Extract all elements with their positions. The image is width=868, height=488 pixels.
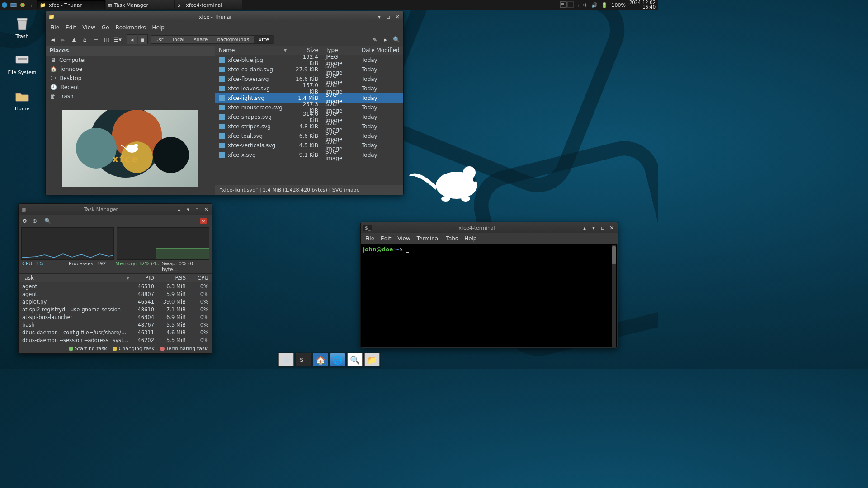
process-row[interactable]: bash487675.5 MiB0% bbox=[19, 321, 212, 328]
file-row[interactable]: xfce-blue.jpg192.4 KiBJPEG imageToday bbox=[215, 55, 403, 65]
up-button[interactable]: ▲ bbox=[69, 34, 79, 44]
maximize-button[interactable]: ▫ bbox=[194, 206, 200, 212]
dock-terminal[interactable]: $_ bbox=[296, 353, 311, 366]
process-row[interactable]: agent465106.3 MiB0% bbox=[19, 282, 212, 290]
dock-web[interactable]: 🌐 bbox=[330, 353, 345, 366]
maximize-button[interactable]: ▫ bbox=[599, 225, 606, 231]
column-name[interactable]: Name ▾ bbox=[215, 46, 290, 55]
workspace-switcher[interactable] bbox=[560, 1, 574, 9]
places-item-desktop[interactable]: 🖵Desktop bbox=[46, 74, 215, 83]
minimize-button[interactable]: ▾ bbox=[376, 14, 382, 20]
column-size[interactable]: Size bbox=[290, 46, 322, 55]
taskbar-item[interactable]: 📁xfce - Thunar bbox=[37, 0, 105, 9]
whisker-menu-icon[interactable] bbox=[1, 1, 8, 9]
menu-tabs[interactable]: Tabs bbox=[446, 235, 458, 242]
clear-search-button[interactable]: ✕ bbox=[200, 218, 207, 224]
places-item-computer[interactable]: 🖥Computer bbox=[46, 56, 215, 65]
path-root-button[interactable]: ▪ bbox=[138, 34, 148, 44]
shade-button[interactable]: ▴ bbox=[581, 225, 588, 231]
places-item-home[interactable]: 🏠johndoe bbox=[46, 65, 215, 74]
desktop-icon-folder[interactable]: Home bbox=[5, 87, 40, 112]
taskbar-item[interactable]: ▥Task Manager bbox=[106, 0, 174, 9]
taskmgr-titlebar[interactable]: ▥ Task Manager ▴ ▾ ▫ ✕ bbox=[19, 204, 212, 215]
file-row[interactable]: xfce-cp-dark.svg27.9 KiBSVG imageToday bbox=[215, 65, 403, 74]
desktop-icon-trash[interactable]: Trash bbox=[5, 14, 40, 39]
maximize-button[interactable]: ▫ bbox=[385, 14, 392, 20]
menu-file[interactable]: File bbox=[50, 24, 59, 31]
col-pid[interactable]: PID bbox=[133, 274, 158, 282]
minimize-button[interactable]: ▾ bbox=[590, 225, 597, 231]
edit-path-button[interactable]: ✎ bbox=[370, 34, 380, 44]
network-icon[interactable]: ⚛ bbox=[583, 2, 588, 9]
path-segment[interactable]: backgrounds bbox=[212, 35, 254, 44]
menu-bookmarks[interactable]: Bookmarks bbox=[115, 24, 146, 31]
file-row[interactable]: xfce-verticals.svg4.5 KiBSVG imageToday bbox=[215, 141, 403, 150]
file-row[interactable]: xfce-x.svg9.1 KiBSVG imageToday bbox=[215, 150, 403, 160]
process-row[interactable]: agent488075.9 MiB0% bbox=[19, 290, 212, 298]
path-forward-button[interactable]: ▸ bbox=[381, 34, 391, 44]
close-button[interactable]: ✕ bbox=[609, 225, 615, 231]
path-back-button[interactable]: ◂ bbox=[127, 34, 137, 44]
terminal-titlebar[interactable]: $_ xfce4-terminal ▴ ▾ ▫ ✕ bbox=[361, 222, 618, 233]
taskbar-item[interactable]: $_xfce4-terminal bbox=[175, 0, 242, 9]
process-row[interactable]: at-spi2-registryd --use-gnome-session486… bbox=[19, 305, 212, 313]
dock-desktop[interactable]: 🖥 bbox=[278, 353, 294, 366]
forward-button[interactable]: ► bbox=[58, 34, 68, 44]
file-list[interactable]: xfce-blue.jpg192.4 KiBJPEG imageTodayxfc… bbox=[215, 55, 403, 185]
places-item-trash[interactable]: 🗑Trash bbox=[46, 92, 215, 101]
target-button[interactable]: ⊕ bbox=[33, 218, 37, 224]
file-row[interactable]: xfce-shapes.svg314.6 KiBSVG imageToday bbox=[215, 112, 403, 122]
dock-search[interactable]: 🔍 bbox=[347, 353, 363, 366]
thunar-titlebar[interactable]: 📁 xfce - Thunar ▾ ▫ ✕ bbox=[46, 11, 403, 22]
shade-button[interactable]: ▴ bbox=[176, 206, 182, 212]
search-button[interactable]: 🔍 bbox=[392, 34, 401, 44]
path-segment[interactable]: local bbox=[168, 35, 189, 44]
settings-button[interactable]: ⚙ bbox=[22, 218, 27, 224]
menu-terminal[interactable]: Terminal bbox=[417, 235, 440, 242]
process-list[interactable]: agent465106.3 MiB0%agent488075.9 MiB0%ap… bbox=[19, 282, 212, 343]
panel-app2-icon[interactable] bbox=[19, 1, 26, 9]
process-row[interactable]: dbus-daemon --config-file=/usr/share/def… bbox=[19, 328, 212, 336]
new-tab-button[interactable]: ＋ bbox=[91, 34, 101, 44]
terminal-body[interactable]: john@doe:~$ bbox=[361, 244, 618, 348]
battery-icon[interactable]: 🔋 bbox=[601, 2, 608, 8]
view-options-button[interactable]: ☰▾ bbox=[113, 34, 123, 44]
menu-view[interactable]: View bbox=[397, 235, 410, 242]
back-button[interactable]: ◄ bbox=[47, 34, 57, 44]
menu-edit[interactable]: Edit bbox=[66, 24, 76, 31]
panel-app1-icon[interactable] bbox=[10, 1, 17, 9]
path-segment[interactable]: xfce bbox=[254, 35, 274, 44]
close-button[interactable]: ✕ bbox=[203, 206, 209, 212]
process-row[interactable]: dbus-daemon --session --address=systemd:… bbox=[19, 336, 212, 343]
terminal-scrollbar[interactable] bbox=[612, 245, 616, 347]
dock-files[interactable]: 🏠 bbox=[313, 353, 328, 366]
column-date[interactable]: Date Modified bbox=[358, 46, 403, 55]
file-row[interactable]: xfce-stripes.svg4.8 KiBSVG imageToday bbox=[215, 122, 403, 131]
path-segment[interactable]: share bbox=[189, 35, 212, 44]
search-box[interactable]: 🔍 ✕ bbox=[42, 218, 208, 224]
menu-go[interactable]: Go bbox=[102, 24, 109, 31]
col-rss[interactable]: RSS bbox=[158, 274, 189, 282]
menu-view[interactable]: View bbox=[82, 24, 95, 31]
search-input[interactable] bbox=[54, 218, 198, 224]
home-button[interactable]: ⌂ bbox=[80, 34, 90, 44]
file-row[interactable]: xfce-teal.svg6.6 KiBSVG imageToday bbox=[215, 131, 403, 141]
menu-help[interactable]: Help bbox=[464, 235, 476, 242]
process-row[interactable]: applet.py4654139.0 MiB0% bbox=[19, 298, 212, 305]
dock-folder[interactable]: 📁 bbox=[364, 353, 380, 366]
column-type[interactable]: Type bbox=[322, 46, 358, 55]
volume-icon[interactable]: 🔊 bbox=[591, 2, 598, 8]
minimize-button[interactable]: ▾ bbox=[185, 206, 191, 212]
desktop-icon-disk[interactable]: File System bbox=[5, 51, 40, 75]
path-segment[interactable]: usr bbox=[151, 35, 168, 44]
col-task[interactable]: Task ▾ bbox=[19, 274, 133, 282]
col-cpu[interactable]: CPU bbox=[189, 274, 212, 282]
file-row[interactable]: xfce-leaves.svg157.0 KiBSVG imageToday bbox=[215, 84, 403, 93]
menu-edit[interactable]: Edit bbox=[381, 235, 391, 242]
places-item-recent[interactable]: 🕘Recent bbox=[46, 83, 215, 92]
menu-help[interactable]: Help bbox=[152, 24, 165, 31]
close-button[interactable]: ✕ bbox=[394, 14, 401, 20]
toggle-split-button[interactable]: ◫ bbox=[102, 34, 112, 44]
menu-file[interactable]: File bbox=[365, 235, 374, 242]
process-row[interactable]: at-spi-bus-launcher463046.9 MiB0% bbox=[19, 313, 212, 321]
